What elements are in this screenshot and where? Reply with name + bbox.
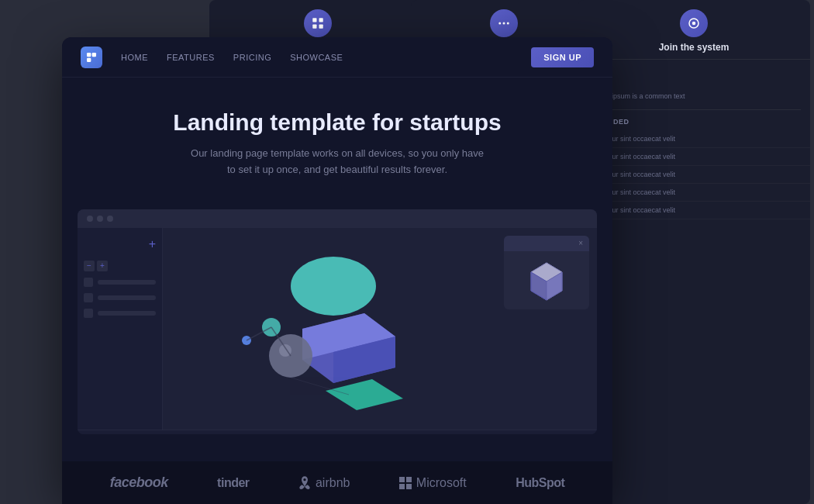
preview-canvas: × xyxy=(163,228,597,430)
nav-logo xyxy=(81,47,102,68)
card3-price: 7 xyxy=(578,60,810,92)
card2-icon xyxy=(490,9,518,37)
sidebar-item xyxy=(84,309,156,318)
sidebar-file-icon xyxy=(84,309,93,318)
card3-feature-4: Excepteur sint occaecat velit xyxy=(578,184,810,202)
microsoft-label: Microsoft xyxy=(416,476,467,490)
brand-facebook: facebook xyxy=(110,475,168,491)
card3-feature-3: Excepteur sint occaecat velit xyxy=(578,166,810,184)
svg-rect-34 xyxy=(406,484,412,489)
nav-links: HOME FEATURES PRICING SHOWCASE xyxy=(121,53,531,62)
brand-tinder: tinder xyxy=(217,476,249,490)
card3-feature-2: Excepteur sint occaecat velit xyxy=(578,148,810,166)
hero-section: Landing template for startups Our landin… xyxy=(62,78,612,197)
preview-toolbar xyxy=(78,430,597,434)
navbar: HOME FEATURES PRICING SHOWCASE SIGN UP xyxy=(62,37,612,78)
card3-title: Join the system xyxy=(659,42,729,53)
svg-rect-3 xyxy=(319,25,323,29)
nav-pricing[interactable]: PRICING xyxy=(233,53,271,62)
svg-point-16 xyxy=(291,257,376,316)
mini-window: × xyxy=(504,236,589,309)
svg-rect-2 xyxy=(312,25,316,29)
card3-feature-1: Excepteur sint occaecat velit xyxy=(578,130,810,148)
preview-container: + − + xyxy=(78,209,597,434)
sidebar-item-line xyxy=(98,280,156,285)
svg-rect-11 xyxy=(87,57,91,61)
mini-window-bar: × xyxy=(504,236,589,251)
svg-marker-20 xyxy=(326,379,403,410)
preview-sidebar: + − + xyxy=(78,228,163,430)
svg-point-6 xyxy=(507,22,509,25)
sidebar-item xyxy=(84,278,156,287)
window-dot-3 xyxy=(107,216,113,222)
svg-point-4 xyxy=(498,22,501,25)
hero-subtitle: Our landing page template works on all d… xyxy=(190,146,485,178)
sidebar-item-line xyxy=(98,311,156,316)
sidebar-file-icon xyxy=(84,278,93,287)
nav-home[interactable]: HOME xyxy=(121,53,148,62)
svg-rect-31 xyxy=(399,477,405,482)
bg-card-3: Join the system 7 Lorem ipsum is a commo… xyxy=(578,0,810,504)
svg-rect-33 xyxy=(399,484,405,489)
signup-button[interactable]: SIGN UP xyxy=(531,47,594,67)
brand-airbnb: airbnb xyxy=(298,475,350,491)
card3-divider xyxy=(587,109,801,110)
preview-titlebar xyxy=(78,209,597,228)
nav-showcase[interactable]: SHOWCASE xyxy=(290,53,343,62)
brand-hubspot: HubSpot xyxy=(516,476,564,490)
svg-point-8 xyxy=(692,22,696,26)
card3-header: Join the system xyxy=(578,0,810,60)
svg-rect-0 xyxy=(312,18,316,22)
nav-features[interactable]: FEATURES xyxy=(167,53,215,62)
svg-rect-1 xyxy=(319,18,323,22)
mini-window-content xyxy=(504,251,589,309)
card3-icon xyxy=(680,9,708,37)
preview-body: + − + xyxy=(78,228,597,430)
sidebar-item xyxy=(84,293,156,302)
card3-price-desc: Lorem ipsum is a common text xyxy=(578,92,810,106)
window-dot-2 xyxy=(97,216,103,222)
sidebar-file-icon xyxy=(84,293,93,302)
card1-icon xyxy=(304,9,332,37)
svg-point-5 xyxy=(503,22,505,25)
svg-rect-32 xyxy=(406,477,412,482)
svg-rect-10 xyxy=(92,53,96,57)
mini-cube-svg xyxy=(523,257,570,303)
main-card: HOME FEATURES PRICING SHOWCASE SIGN UP L… xyxy=(62,37,612,495)
microsoft-icon xyxy=(399,477,412,489)
sidebar-add-icon[interactable]: + xyxy=(84,237,156,251)
brand-microsoft: Microsoft xyxy=(399,476,467,490)
card3-feature-5: Excepteur sint occaecat velit xyxy=(578,202,810,219)
mini-close-icon[interactable]: × xyxy=(578,239,583,247)
main-illustration xyxy=(178,236,457,422)
brands-bar: facebook tinder airbnb Microsoft HubSpot xyxy=(62,461,612,504)
airbnb-label: airbnb xyxy=(316,476,350,490)
card3-included-label: Included xyxy=(578,113,810,130)
svg-rect-9 xyxy=(87,53,91,57)
sidebar-item-line xyxy=(98,295,156,300)
window-dot-1 xyxy=(87,216,93,222)
hero-title: Landing template for startups xyxy=(81,109,594,136)
